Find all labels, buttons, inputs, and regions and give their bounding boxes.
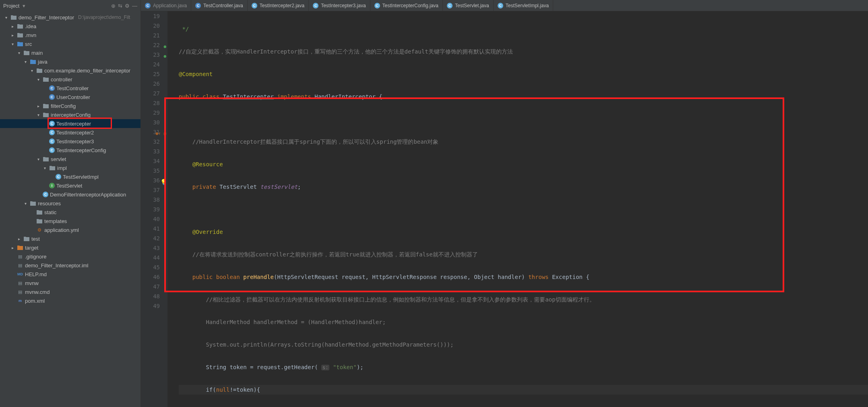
tree-item[interactable]: CTestIntercepterConfig [0,146,141,155]
line-number[interactable]: 34 [141,156,160,166]
line-number[interactable]: 49 [141,301,160,311]
code-editor[interactable]: 19202122●23●2425262728293031●↑ @32333435… [141,11,868,407]
tree-item[interactable]: CTestServletImpl [0,172,141,181]
line-number[interactable]: 37 [141,185,160,195]
vcs-change-icon[interactable]: ● [163,52,166,61]
gutter[interactable]: 19202122●23●2425262728293031●↑ @32333435… [141,11,167,407]
line-number[interactable]: 44 [141,253,160,262]
locate-icon[interactable]: ⊕ [111,3,116,9]
chevron-down-icon[interactable]: ▾ [35,77,41,82]
hide-icon[interactable]: — [132,3,137,9]
line-number[interactable]: 24 [141,60,160,69]
line-number[interactable]: 30 [141,118,160,127]
code-area[interactable]: */ //自定义拦截器，实现HandlerInterceptor接口，重写他的三… [167,11,868,407]
line-number[interactable]: 23● [141,50,160,60]
line-number[interactable]: 21 [141,31,160,40]
tab-label: TestIntercepter3.java [321,3,366,8]
collapse-icon[interactable]: ⇆ [118,3,122,9]
line-number[interactable]: 32 [141,137,160,147]
tree-item[interactable]: ▸.mvn [0,31,141,39]
tree-item[interactable]: ▾com.example.demo_filter_interceptor [0,66,141,75]
tree-item[interactable]: ▾main [0,48,141,57]
tree-item[interactable]: ▾servlet [0,155,141,163]
editor-tab[interactable]: CTestIntercepter3.java [309,0,370,11]
line-number[interactable]: 38 [141,195,160,205]
tree-item[interactable]: ▸target [0,243,141,252]
line-number[interactable]: 31●↑ @ [141,127,160,137]
tree-item[interactable]: ▤mvnw.cmd [0,287,141,296]
line-number[interactable]: 36💡 [141,176,160,185]
tree-item[interactable]: ▾resources [0,199,141,208]
tree-item[interactable]: ▾java [0,57,141,66]
tree-item[interactable]: ▸test [0,234,141,243]
tree-item[interactable]: CUserController [0,93,141,101]
line-number[interactable]: 33 [141,147,160,156]
tree-item[interactable]: CDemoFilterInterceptorApplication [0,190,141,199]
line-number[interactable]: 43 [141,243,160,253]
chevron-right-icon[interactable]: ▸ [16,237,22,241]
line-number[interactable]: 45 [141,262,160,272]
line-number[interactable]: 46 [141,272,160,282]
tree-item[interactable]: CTestIntercepter3 [0,137,141,146]
tree-item[interactable]: ▤demo_Filter_Interceptor.iml [0,261,141,270]
editor-tab[interactable]: CApplication.java [141,0,191,11]
tree-item[interactable]: templates [0,217,141,225]
line-number[interactable]: 35 [141,166,160,176]
chevron-down-icon[interactable]: ▾ [23,3,25,9]
editor-tab[interactable]: CTestController.java [191,0,248,11]
tree-item[interactable]: ▾impl [0,163,141,172]
line-number[interactable]: 20 [141,21,160,31]
intention-bulb-icon[interactable]: 💡 [160,177,167,187]
line-number[interactable]: 39 [141,205,160,214]
chevron-down-icon[interactable]: ▾ [35,157,41,161]
line-number[interactable]: 47 [141,282,160,291]
chevron-down-icon[interactable]: ▾ [23,60,28,64]
line-number[interactable]: 29 [141,108,160,118]
line-number[interactable]: 42 [141,233,160,243]
line-number[interactable]: 27 [141,89,160,98]
tree-item[interactable]: ▾demo_Filter_InterceptorD:\javaproject\d… [0,13,141,22]
tree-item[interactable]: ▤.gitignore [0,252,141,261]
tree-item[interactable]: CTestController [0,84,141,93]
chevron-down-icon[interactable]: ▾ [35,113,41,117]
tree-item[interactable]: mpom.xml [0,296,141,305]
line-number[interactable]: 22● [141,40,160,50]
tree-item[interactable]: ▾src [0,39,141,48]
tree-item[interactable]: ▸.idea [0,22,141,31]
chevron-down-icon[interactable]: ▾ [42,166,48,170]
line-number[interactable]: 40 [141,214,160,224]
project-tool-header[interactable]: Project ▾ ⊕ ⇆ ⚙ — [0,0,141,11]
tree-item[interactable]: ▾intercepterConfig [0,110,141,119]
line-number[interactable]: 26 [141,79,160,89]
tree-item[interactable]: ▤mvnw [0,279,141,287]
chevron-down-icon[interactable]: ▾ [16,51,22,55]
editor-tab[interactable]: CTestIntercepterConfig.java [370,0,443,11]
editor-tab[interactable]: CTestServlet.java [443,0,494,11]
tree-item[interactable]: ⚙application.yml [0,225,141,234]
line-number[interactable]: 28 [141,98,160,108]
tree-item[interactable]: ITestServlet [0,181,141,190]
vcs-change-icon[interactable]: ● [163,42,166,52]
tree-item[interactable]: MDHELP.md [0,270,141,279]
line-number[interactable]: 19 [141,11,160,21]
chevron-down-icon[interactable]: ▾ [10,42,15,46]
line-number[interactable]: 25 [141,69,160,79]
chevron-right-icon[interactable]: ▸ [10,33,15,37]
tree-item[interactable]: CTestIntercepter [0,119,141,128]
chevron-down-icon[interactable]: ▾ [23,201,28,206]
chevron-right-icon[interactable]: ▸ [10,24,15,29]
gear-icon[interactable]: ⚙ [125,3,130,9]
chevron-right-icon[interactable]: ▸ [35,104,41,108]
chevron-down-icon[interactable]: ▾ [3,15,9,20]
editor-tab[interactable]: CTestIntercepter2.java [248,0,309,11]
tree-item[interactable]: static [0,208,141,217]
project-tree[interactable]: ▾demo_Filter_InterceptorD:\javaproject\d… [0,11,141,407]
line-number[interactable]: 41 [141,224,160,233]
editor-tab[interactable]: CTestServletImpl.java [494,0,553,11]
tree-item[interactable]: ▾controller [0,75,141,84]
line-number[interactable]: 48 [141,291,160,301]
tree-item[interactable]: ▸filterConfig [0,101,141,110]
chevron-right-icon[interactable]: ▸ [10,246,15,250]
chevron-down-icon[interactable]: ▾ [29,68,35,73]
tree-item[interactable]: CTestIntercepter2 [0,128,141,137]
